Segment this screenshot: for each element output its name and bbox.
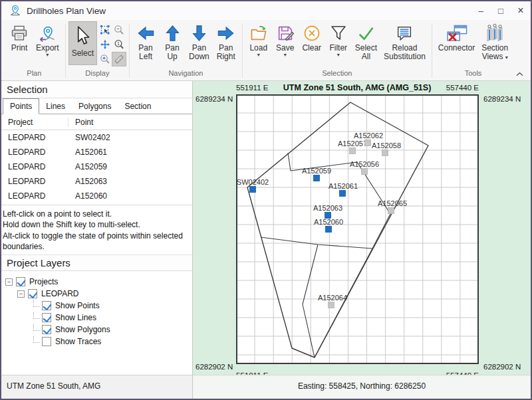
cell-point: A152059 [68, 162, 192, 171]
group-separator [242, 24, 243, 78]
drillhole-point-selected[interactable] [326, 227, 332, 233]
minimize-button[interactable]: – [471, 1, 491, 20]
map-pane: 551911 E UTM Zone 51 South, AMG (AMG_51S… [193, 81, 531, 399]
column-header-point[interactable]: Point [68, 118, 192, 127]
print-label: Print [11, 44, 28, 52]
map-header-row: 551911 E UTM Zone 51 South, AMG (AMG_51S… [236, 83, 479, 92]
select-all-button[interactable]: Select All [352, 21, 380, 62]
group-label-navigation: Navigation [132, 68, 239, 78]
section-views-icon [483, 23, 506, 44]
tree-connector [33, 300, 40, 307]
pan-right-button[interactable]: Pan Right [213, 21, 239, 62]
checkbox-projects[interactable] [16, 277, 25, 286]
ribbon-group-tools: Connector Section [433, 21, 513, 80]
group-separator [65, 24, 66, 78]
checkbox-show-lines[interactable] [42, 313, 51, 322]
drillhole-point[interactable] [350, 148, 356, 154]
drillhole-point-selected[interactable] [250, 187, 256, 193]
select-tool-button[interactable]: Select [68, 21, 97, 65]
drillhole-point[interactable] [388, 208, 394, 214]
pan-down-button[interactable]: Pan Down [186, 21, 213, 62]
tab-points[interactable]: Points [3, 98, 39, 114]
drillhole-point[interactable] [362, 169, 368, 175]
check-icon [356, 23, 376, 44]
ribbon-group-navigation: Pan Left Pan Up Pan Down [130, 21, 241, 80]
filter-button[interactable]: Filter [325, 21, 352, 58]
select-all-label-2: All [362, 52, 370, 61]
group-separator [129, 24, 130, 78]
export-pin-icon [37, 23, 57, 44]
pan-right-label-2: Right [217, 52, 235, 61]
save-button[interactable]: Save [272, 21, 299, 58]
checkbox-leopard[interactable] [28, 289, 37, 298]
selection-tabs: Points Lines Polygons Section [1, 98, 192, 114]
table-row[interactable]: LEOPARD A152061 [1, 145, 192, 159]
checkbox-show-traces[interactable] [42, 337, 51, 346]
load-button[interactable]: Load [245, 21, 272, 58]
group-label-plan: Plan [6, 68, 63, 78]
tree-item-leopard[interactable]: − LEOPARD [5, 288, 192, 300]
tree-item-projects[interactable]: − Projects [5, 276, 192, 288]
drillhole-point-label: A152061 [329, 182, 358, 190]
move-arrows-icon [100, 39, 110, 50]
tree-item-show-lines[interactable]: Show Lines [5, 312, 192, 324]
tab-lines[interactable]: Lines [39, 99, 72, 114]
tab-section[interactable]: Section [118, 99, 158, 114]
drillhole-point-label: A152060 [314, 218, 343, 226]
plan-view-plot[interactable]: SW02402A152059A152061A152063A152060A1520… [236, 94, 479, 364]
collapse-expander-icon[interactable]: − [5, 278, 13, 286]
measure-button[interactable] [112, 52, 126, 66]
tree-item-show-traces[interactable]: Show Traces [5, 336, 192, 348]
connector-button[interactable]: Connector [435, 21, 478, 54]
table-row[interactable]: LEOPARD A152060 [1, 189, 192, 203]
pan-down-label-2: Down [189, 52, 209, 61]
pan-left-button[interactable]: Pan Left [132, 21, 159, 62]
filter-dropdown-caret-icon [337, 52, 340, 57]
drillhole-point-label: A152064 [318, 294, 347, 302]
reload-substitution-button[interactable]: Reload Substitution [380, 21, 429, 62]
cell-project: LEOPARD [1, 177, 68, 186]
zoom-selected-button[interactable]: 1 [112, 37, 126, 52]
group-separator [432, 24, 432, 78]
tab-polygons[interactable]: Polygons [72, 99, 118, 114]
zoom-in-button[interactable] [98, 52, 112, 66]
drillhole-pin-icon [9, 5, 21, 17]
drillhole-point[interactable] [365, 140, 371, 146]
filter-funnel-icon [329, 23, 348, 44]
map-status-bar: Easting: 558425, Northing: 6286250 [193, 375, 531, 399]
marquee-zoom-button[interactable] [98, 23, 112, 37]
easting-label-top-left: 551911 E [236, 84, 268, 92]
collapse-expander-icon[interactable]: − [17, 290, 25, 298]
drillhole-point[interactable] [382, 150, 388, 156]
tree-item-show-polygons[interactable]: Show Polygons [5, 324, 192, 336]
pan-up-button[interactable]: Pan Up [159, 21, 186, 62]
arrow-left-icon [136, 23, 156, 44]
checkbox-show-polygons[interactable] [42, 325, 51, 334]
group-label-display: Display [68, 68, 126, 78]
zoom-out-button[interactable] [112, 23, 126, 37]
cell-project: LEOPARD [1, 133, 68, 142]
drillhole-point[interactable] [329, 302, 334, 308]
zoom-in-icon [100, 54, 110, 64]
export-button[interactable]: Export [33, 21, 63, 58]
cursor-icon [72, 23, 92, 49]
table-row[interactable]: LEOPARD A152063 [1, 174, 192, 189]
table-row[interactable]: LEOPARD A152059 [1, 159, 192, 174]
clear-icon [302, 23, 322, 44]
cell-point: SW02402 [68, 133, 192, 142]
help-line: Left-click on a point to select it. [3, 209, 191, 219]
drillhole-point-selected[interactable] [340, 191, 346, 197]
maximize-button[interactable]: □ [491, 1, 511, 20]
column-header-project[interactable]: Project [1, 118, 68, 127]
collapse-ribbon-button[interactable] [515, 70, 524, 78]
pan-move-button[interactable] [98, 37, 112, 52]
clear-button[interactable]: Clear [299, 21, 325, 54]
drillhole-point-selected[interactable] [314, 175, 320, 181]
section-views-button[interactable]: Section Views [478, 21, 511, 62]
print-button[interactable]: Print [6, 21, 33, 54]
tree-item-show-points[interactable]: Show Points [5, 300, 192, 312]
close-button[interactable]: × [511, 1, 531, 20]
tree-connector [33, 312, 40, 319]
table-row[interactable]: LEOPARD SW02402 [1, 130, 192, 145]
checkbox-show-points[interactable] [42, 301, 51, 310]
